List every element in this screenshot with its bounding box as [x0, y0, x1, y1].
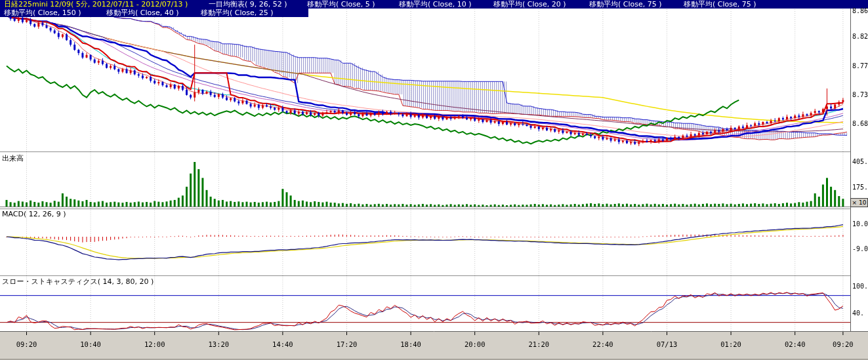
volume-axis-label: 405. — [852, 158, 868, 166]
time-axis-label: 18:40 — [400, 340, 421, 348]
macd-axis-label: -9.0 — [852, 245, 868, 253]
price-axis-label: 8.68 — [852, 120, 868, 128]
time-axis-label: 12:00 — [144, 340, 165, 348]
header-indicator-label: 移動平均( Close, 75 ) — [684, 0, 756, 9]
volume-axis-label: 175. — [852, 184, 868, 191]
volume-panel-title: 出来高 — [2, 153, 24, 163]
time-axis-label: 07/13 — [657, 340, 678, 348]
header-indicator-label: 日経225mini 12/09( 5分, 2012/07/11 - 2012/0… — [4, 0, 188, 9]
time-axis-label: 13:20 — [208, 340, 229, 348]
header-indicator-label: 移動平均( Close, 20 ) — [493, 0, 566, 9]
price-chart-canvas[interactable] — [0, 0, 868, 360]
volume-multiplier-badge: × 10 — [850, 198, 868, 207]
time-axis-label: 01:20 — [720, 340, 741, 348]
header-indicator-label: 一目均衡表( 9, 26, 52 ) — [209, 0, 287, 9]
header-indicator-label: 移動平均( Close, 5 ) — [307, 0, 375, 9]
header-indicator-label: 移動平均( Close, 10 ) — [399, 0, 472, 9]
time-axis-label: 22:40 — [592, 340, 613, 348]
stoch-panel-title: スロー・ストキャスティクス( 14, 3, 80, 20 ) — [2, 277, 154, 287]
time-axis-label: 10:40 — [80, 340, 101, 348]
time-axis-label: 02:40 — [785, 340, 806, 348]
stoch-axis-label: 40. — [852, 310, 864, 317]
time-axis-label: 21:20 — [528, 340, 549, 348]
macd-panel-title: MACD( 12, 26, 9 ) — [2, 210, 66, 218]
price-axis-label: 8.82 — [852, 33, 868, 41]
header-indicator-label: 移動平均( Close, 25 ) — [201, 9, 274, 17]
time-axis-label: 17:20 — [337, 340, 358, 348]
time-axis-label: 09:20 — [833, 340, 854, 348]
price-axis-label: 8.77 — [852, 62, 868, 70]
time-axis-label: 20:00 — [465, 340, 486, 348]
price-axis-label: 8.86 — [852, 7, 868, 15]
time-axis-label: 09:20 — [16, 340, 37, 348]
price-axis-label: 8.73 — [852, 91, 868, 99]
stoch-axis-label: 100. — [852, 283, 868, 290]
chart-window: 出来高 MACD( 12, 26, 9 ) スロー・ストキャスティクス( 14,… — [0, 0, 868, 360]
header-indicator-label: 移動平均( Close, 150 ) — [4, 9, 81, 17]
macd-axis-label: 10.0 — [852, 220, 868, 228]
time-axis-label: 14:40 — [272, 340, 293, 348]
header-indicator-label: 移動平均( Close, 75 ) — [589, 0, 662, 9]
header-indicator-label: 移動平均( Close, 40 ) — [106, 9, 179, 17]
